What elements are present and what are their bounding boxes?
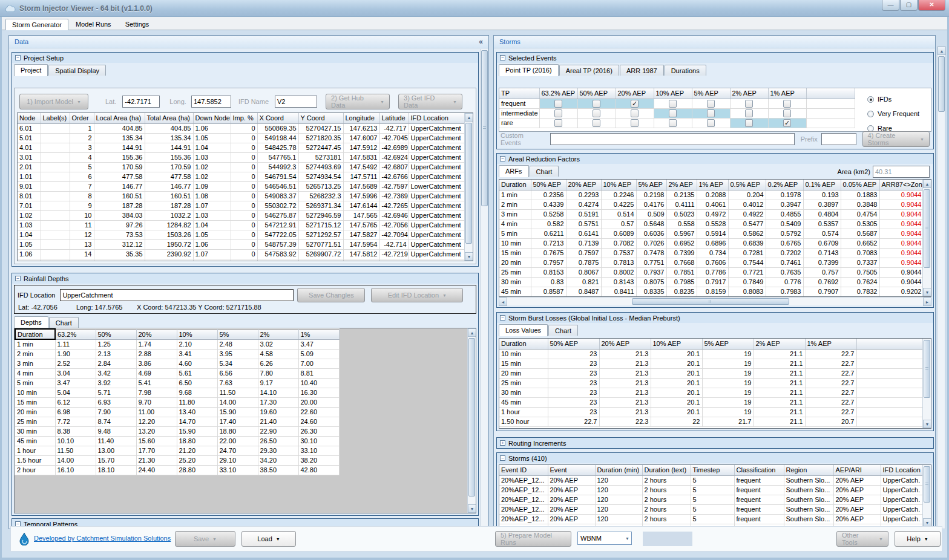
aep-checkbox-cell[interactable] — [654, 118, 692, 128]
checkbox-icon[interactable] — [745, 119, 753, 127]
table-row[interactable]: 1.031197.261284.821.040547212.915271715.… — [18, 220, 471, 230]
node-grid-vscroll[interactable]: ▲ ▼ — [464, 113, 473, 261]
aep-checkbox-cell[interactable] — [768, 99, 806, 108]
column-header[interactable]: 5% AEP — [702, 339, 754, 349]
aep-checkbox-cell[interactable]: ✓ — [768, 118, 806, 128]
column-header[interactable]: Event — [548, 465, 595, 475]
tab-areal-tp[interactable]: Areal TP (2016) — [559, 65, 619, 76]
column-header[interactable]: TP — [499, 88, 539, 99]
column-header[interactable]: Duration — [499, 180, 531, 190]
table-row[interactable]: 5.012135.34135.341.050549198.445271820.3… — [18, 133, 471, 143]
table-row[interactable]: 30 min8.389.4813.2015.9018.8022.9026.30 — [15, 426, 339, 436]
credit-link[interactable]: Developed by Catchment Simulation Soluti… — [34, 535, 171, 542]
project-setup-header[interactable]: − Project Setup — [12, 53, 478, 63]
area-km2-field[interactable]: 40.31 — [873, 166, 930, 178]
aep-checkbox-cell[interactable] — [539, 118, 577, 128]
checkbox-icon[interactable] — [669, 119, 677, 127]
prefix-field[interactable] — [821, 133, 856, 145]
column-header[interactable]: 2% AEP — [666, 180, 697, 190]
column-header[interactable]: 20% — [136, 329, 177, 339]
column-header[interactable]: 5% AEP — [692, 88, 730, 99]
column-header[interactable]: 5% AEP — [636, 180, 666, 190]
aep-checkbox-cell[interactable] — [616, 118, 654, 128]
depths-grid-vscroll[interactable]: ▲ ▼ — [467, 328, 476, 513]
column-header[interactable]: Longitude — [343, 113, 379, 123]
arf-header[interactable]: − Areal Reduction Factors — [497, 154, 933, 164]
column-header[interactable]: Event ID — [499, 465, 548, 475]
column-header[interactable]: Total Area (ha) — [145, 113, 193, 123]
column-header[interactable]: Local Area (ha) — [94, 113, 145, 123]
column-header[interactable]: 50% AEP — [548, 339, 599, 349]
table-row[interactable]: 1.016477.58477.581.020546791.545274934.5… — [18, 172, 471, 181]
column-header[interactable]: Label(s) — [41, 113, 70, 123]
column-header[interactable]: Down Node — [193, 113, 231, 123]
column-header[interactable]: Node — [18, 113, 41, 123]
aep-checkbox-cell[interactable] — [768, 108, 806, 118]
tab-storm-generator[interactable]: Storm Generator — [5, 19, 68, 30]
collapse-group-icon[interactable]: − — [500, 156, 505, 161]
column-header[interactable] — [806, 88, 855, 99]
checkbox-icon[interactable] — [707, 109, 715, 117]
table-row[interactable]: 1.0210384.031032.21.030546275.875272946.… — [18, 210, 471, 220]
checkbox-icon[interactable] — [554, 109, 562, 117]
minimize-button[interactable]: — — [882, 0, 899, 11]
data-panel-scrollbar[interactable] — [480, 49, 488, 528]
table-row[interactable]: 6.011404.85404.851.060550869.355270427.1… — [18, 123, 471, 133]
checkbox-icon[interactable] — [707, 119, 715, 127]
checkbox-icon[interactable] — [554, 100, 562, 108]
aep-checkbox-cell[interactable] — [692, 118, 730, 128]
checkbox-icon[interactable] — [707, 100, 715, 108]
column-header[interactable]: Timestep — [691, 465, 734, 475]
column-header[interactable]: 20% AEP — [616, 88, 654, 99]
table-row[interactable]: 20 min6.987.9011.0013.4015.9019.6022.60 — [15, 407, 339, 417]
table-row[interactable]: 1 hour11.5013.0017.7021.2024.7029.3033.1… — [15, 446, 339, 455]
radio-very-frequent[interactable]: Very Frequent — [867, 110, 919, 117]
column-header[interactable]: Duration (text) — [642, 465, 691, 475]
tab-arr-1987[interactable]: ARR 1987 — [620, 65, 664, 76]
column-header[interactable]: 0.2% AEP — [766, 180, 803, 190]
create-storms-button[interactable]: 4) Create Storms ▼ — [862, 131, 930, 147]
import-model-button[interactable]: 1) Import Model ▼ — [19, 94, 88, 109]
arf-grid-hscroll[interactable]: ◄ ► — [499, 297, 931, 305]
column-header[interactable]: 63.2% — [55, 329, 96, 339]
aep-checkbox-cell[interactable] — [577, 118, 616, 128]
table-row[interactable]: 20 min2321.320.11921.122.7 — [499, 368, 924, 378]
column-header[interactable]: 1% AEP — [768, 88, 806, 99]
ifd-name-field[interactable]: V2 — [275, 96, 317, 108]
column-header[interactable]: Region — [784, 465, 833, 475]
aep-checkbox-cell[interactable] — [692, 99, 730, 108]
storms-list-header[interactable]: − Storms (410) — [497, 453, 933, 463]
table-row[interactable]: 3.014155.36155.361.030547765.15273181147… — [18, 152, 471, 162]
table-row[interactable]: 1.50 hour22.722.32221.721.120.7 — [499, 417, 924, 426]
table-row[interactable]: 4.013144.91144.911.040548425.785272447.4… — [18, 143, 471, 152]
collapse-group-icon[interactable]: − — [15, 276, 21, 281]
column-header[interactable]: AEP/ARI — [833, 465, 881, 475]
tab-loss-values[interactable]: Loss Values — [499, 324, 548, 336]
radio-ifds[interactable]: IFDs — [867, 96, 919, 103]
column-header[interactable]: 1% AEP — [697, 180, 728, 190]
close-button[interactable]: ✕ — [918, 0, 945, 11]
table-row[interactable]: 2 min0.43390.42740.42250.41760.41110.406… — [499, 200, 924, 209]
column-header[interactable]: 10% AEP — [601, 180, 636, 190]
table-row[interactable]: 3 min0.52580.51910.5140.5090.50230.49720… — [499, 209, 924, 219]
tab-durations[interactable]: Durations — [665, 65, 706, 76]
table-row[interactable]: 1.0513312.121950.721.060548757.395270771… — [18, 239, 471, 249]
column-header[interactable]: Imp. % — [231, 113, 257, 123]
tab-depths-chart[interactable]: Chart — [49, 317, 79, 328]
help-button[interactable]: Help ▼ — [895, 531, 941, 547]
column-header[interactable]: Duration — [15, 329, 55, 339]
other-tools-button[interactable]: Other Tools ▼ — [836, 531, 888, 547]
column-header[interactable]: 2% AEP — [754, 339, 805, 349]
collapse-group-icon[interactable]: − — [500, 455, 505, 461]
table-row[interactable]: 1.041273.531503.261.050547722.055271292.… — [18, 230, 471, 239]
column-header[interactable]: 20% AEP — [566, 180, 601, 190]
table-row[interactable]: 25 min0.81530.80670.80020.79370.78510.77… — [499, 267, 924, 277]
scroll-down-icon[interactable]: ▼ — [923, 420, 931, 428]
table-row[interactable]: 1 hour2321.320.11921.122.7 — [499, 407, 924, 417]
column-header[interactable]: 2% AEP — [730, 88, 768, 99]
column-header[interactable]: 50% — [96, 329, 136, 339]
scroll-down-icon[interactable]: ▼ — [923, 288, 931, 296]
ifd-location-field[interactable]: UpperCatchment — [60, 289, 294, 301]
checkbox-icon[interactable] — [631, 119, 639, 127]
table-row[interactable]: 4 min0.5820.57510.570.56480.5580.55280.5… — [499, 219, 924, 229]
